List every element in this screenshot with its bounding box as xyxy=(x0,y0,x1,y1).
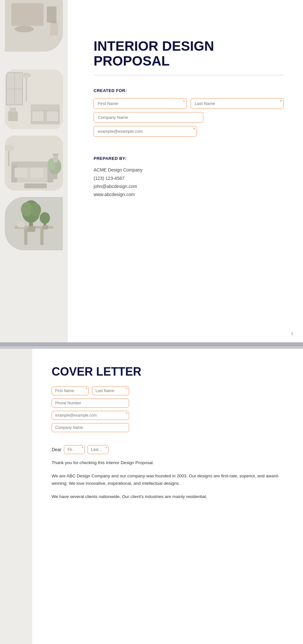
cover-email-row: * xyxy=(52,411,284,420)
cover-company-input[interactable] xyxy=(52,423,129,432)
cover-first-name-input[interactable] xyxy=(52,386,89,395)
svg-rect-30 xyxy=(8,149,9,166)
page-title: INTERIOR DESIGN PROPOSAL xyxy=(94,39,284,68)
company-row xyxy=(94,112,284,123)
svg-rect-16 xyxy=(47,111,58,121)
svg-rect-37 xyxy=(40,229,44,245)
email-required: * xyxy=(193,127,195,132)
main-content-2: COVER LETTER * * * xyxy=(32,349,303,644)
plant-image xyxy=(5,197,63,250)
sidebar-1 xyxy=(0,0,68,342)
last-name-wrapper: * xyxy=(191,98,284,109)
cover-first-required: * xyxy=(86,387,87,391)
svg-rect-24 xyxy=(15,168,27,178)
title-divider xyxy=(94,75,284,75)
dear-label: Dear xyxy=(52,447,61,452)
svg-point-12 xyxy=(21,73,31,78)
page-1: INTERIOR DESIGN PROPOSAL CREATED FOR: * … xyxy=(0,0,303,342)
svg-rect-14 xyxy=(31,104,60,110)
svg-rect-5 xyxy=(52,19,56,23)
cover-email-required: * xyxy=(126,412,127,416)
page-number: 1 xyxy=(291,331,293,336)
svg-point-3 xyxy=(15,26,34,32)
first-name-wrapper: * xyxy=(94,98,187,109)
last-name-input[interactable] xyxy=(191,98,284,109)
first-name-input[interactable] xyxy=(94,98,187,109)
cover-email-wrapper: * xyxy=(52,411,129,420)
page-gap xyxy=(0,342,303,346)
svg-rect-29 xyxy=(24,183,47,188)
dear-first-required: * xyxy=(82,446,83,450)
svg-rect-4 xyxy=(50,23,58,36)
email-wrapper: * xyxy=(94,126,197,137)
cover-last-wrapper: * xyxy=(92,386,129,395)
svg-rect-15 xyxy=(32,111,44,121)
cover-phone-row xyxy=(52,399,284,408)
svg-rect-11 xyxy=(26,76,27,102)
cover-letter-title: COVER LETTER xyxy=(52,365,284,379)
first-name-required: * xyxy=(183,99,185,104)
body-paragraph-3: We have several clients nationwide. Our … xyxy=(52,493,284,501)
dear-line: Dear * * xyxy=(52,445,284,454)
cover-last-required: * xyxy=(126,387,127,391)
dear-first-wrapper: * xyxy=(64,445,85,454)
company-info-name: ACME Design Company xyxy=(94,166,284,174)
company-info-website: www.abcdesign.com xyxy=(94,191,284,199)
svg-rect-36 xyxy=(24,229,27,245)
bedroom-image xyxy=(5,69,63,129)
living-image xyxy=(5,136,63,191)
prepared-by-label: PREPARED BY: xyxy=(94,156,284,161)
svg-rect-46 xyxy=(18,222,24,227)
cover-phone-input[interactable] xyxy=(52,399,129,408)
svg-point-41 xyxy=(31,203,41,216)
cover-name-row: * * xyxy=(52,386,284,395)
dear-last-wrapper: * xyxy=(87,445,108,454)
name-row: * * xyxy=(94,98,284,109)
svg-point-44 xyxy=(40,212,50,224)
cover-first-wrapper: * xyxy=(52,386,89,395)
svg-rect-42 xyxy=(27,226,35,232)
prepared-by-section: PREPARED BY: ACME Design Company (123) 1… xyxy=(94,156,284,199)
svg-rect-21 xyxy=(11,161,53,167)
page-2: COVER LETTER * * * xyxy=(0,349,303,644)
email-input[interactable] xyxy=(94,126,197,137)
dear-last-required: * xyxy=(106,446,107,450)
svg-rect-17 xyxy=(8,111,18,121)
cover-email-input[interactable] xyxy=(52,411,129,420)
last-name-required: * xyxy=(280,99,282,104)
corner-image xyxy=(5,0,63,52)
created-for-label: CREATED FOR: xyxy=(94,88,284,93)
email-row: * xyxy=(94,126,284,137)
company-name-input[interactable] xyxy=(94,112,203,123)
svg-rect-25 xyxy=(31,168,44,178)
body-paragraph-1: Thank you for checking this Interior Des… xyxy=(52,459,284,467)
svg-rect-33 xyxy=(53,154,58,155)
sidebar-2 xyxy=(0,349,32,644)
cover-last-name-input[interactable] xyxy=(92,386,129,395)
svg-rect-18 xyxy=(10,108,16,112)
company-info-phone: (123) 123-4567 xyxy=(94,174,284,182)
svg-rect-1 xyxy=(11,3,44,26)
svg-rect-45 xyxy=(42,225,48,229)
main-content-1: INTERIOR DESIGN PROPOSAL CREATED FOR: * … xyxy=(68,0,303,342)
svg-rect-32 xyxy=(53,154,58,162)
company-info-email: john@abcdesign.com xyxy=(94,182,284,191)
prepared-info: ACME Design Company (123) 123-4567 john@… xyxy=(94,166,284,199)
cover-company-row xyxy=(52,423,284,432)
body-paragraph-2: We are ABC Design Company and our compan… xyxy=(52,473,284,487)
